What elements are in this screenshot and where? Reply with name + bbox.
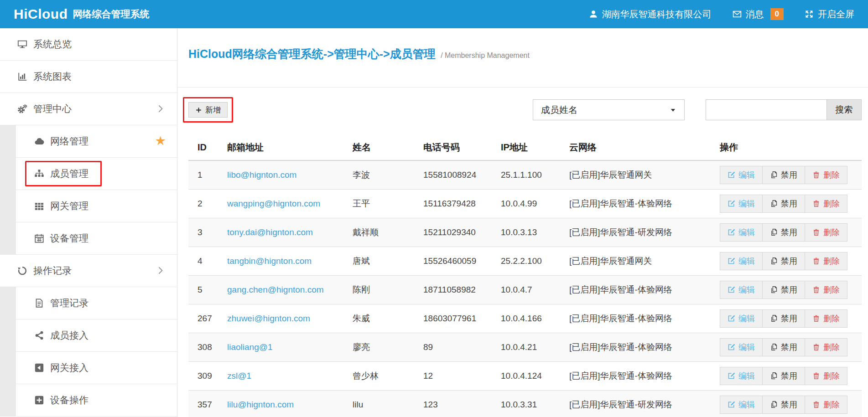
disable-button[interactable]: 禁用 (763, 224, 805, 241)
sidebar-item-device-operations[interactable]: 设备操作 (16, 384, 177, 417)
sidebar-item-gateway-mgmt[interactable]: 网关管理 (16, 190, 177, 222)
email-link[interactable]: zsl@1 (227, 371, 251, 381)
delete-button[interactable]: 删除 (805, 339, 847, 356)
email-link[interactable]: gang.chen@hignton.com (227, 285, 324, 294)
trash-icon (812, 200, 820, 207)
cell-actions: 编辑禁用删除 (711, 390, 862, 417)
disable-button[interactable]: 禁用 (763, 252, 805, 270)
content-area: HiCloud网络综合管理系统->管理中心->成员管理 / Membership… (177, 28, 868, 417)
company-menu[interactable]: 湖南华辰智通科技有限公司 (589, 8, 712, 21)
delete-button[interactable]: 删除 (805, 252, 847, 270)
share-square-icon (33, 363, 45, 373)
email-link[interactable]: lilu@hignton.com (227, 400, 294, 409)
sidebar-item-system-charts[interactable]: 系统图表 (0, 61, 177, 93)
search-button[interactable]: 搜索 (827, 99, 862, 120)
sidebar-item-label: 操作记录 (33, 264, 72, 277)
edit-button[interactable]: 编辑 (720, 339, 763, 356)
edit-button[interactable]: 编辑 (720, 252, 763, 270)
messages-count-badge: 0 (770, 8, 784, 20)
cell-actions: 编辑禁用删除 (711, 333, 862, 361)
filter-field-dropdown[interactable]: 成员姓名 (533, 99, 685, 120)
edit-button[interactable]: 编辑 (720, 281, 763, 299)
edit-button[interactable]: 编辑 (720, 367, 763, 385)
disable-button[interactable]: 禁用 (763, 396, 805, 413)
favorite-star-icon: ★ (155, 134, 166, 148)
row-action-group: 编辑禁用删除 (720, 166, 847, 184)
sidebar-item-operation-logs[interactable]: 操作记录 (0, 255, 177, 287)
search-input[interactable] (706, 99, 827, 120)
delete-label: 删除 (823, 256, 840, 267)
column-header: 云网络 (560, 137, 711, 160)
sidebar-item-network-mgmt[interactable]: 网络管理★ (16, 125, 177, 158)
edit-button[interactable]: 编辑 (720, 166, 763, 184)
sidebar-item-admin-center[interactable]: 管理中心 (0, 93, 177, 125)
cell-actions: 编辑禁用删除 (711, 160, 862, 189)
cell-actions: 编辑禁用删除 (711, 218, 862, 247)
cell-network: [已启用]华辰智通网关 (560, 160, 711, 189)
delete-button[interactable]: 删除 (805, 367, 847, 385)
edit-button[interactable]: 编辑 (720, 396, 763, 413)
delete-button[interactable]: 删除 (805, 195, 847, 212)
trash-icon (812, 372, 820, 380)
copy-icon (770, 171, 778, 179)
top-navbar: HiCloud 网络综合管理系统 湖南华辰智通科技有限公司 消息 0 开启全屏 (0, 0, 868, 28)
messages-label: 消息 (746, 8, 764, 21)
edit-label: 编辑 (738, 256, 755, 267)
copy-icon (770, 343, 778, 351)
calendar-icon (33, 233, 45, 243)
sidebar-item-system-overview[interactable]: 系统总览 (0, 28, 177, 61)
sidebar-item-device-mgmt[interactable]: 设备管理 (16, 222, 177, 255)
column-header: 姓名 (343, 137, 414, 160)
disable-button[interactable]: 禁用 (763, 339, 805, 356)
cell-email: tangbin@hignton.com (218, 247, 343, 275)
column-header: 邮箱地址 (218, 137, 343, 160)
add-member-button[interactable]: 新增 (188, 102, 228, 118)
delete-button[interactable]: 删除 (805, 224, 847, 241)
disable-button[interactable]: 禁用 (763, 310, 805, 327)
email-link[interactable]: liaoliang@1 (227, 342, 273, 352)
share-icon (33, 330, 45, 340)
sidebar-item-member-access[interactable]: 成员接入 (16, 319, 177, 352)
cell-name: 王平 (343, 189, 414, 218)
cell-name: 陈刚 (343, 275, 414, 304)
edit-button[interactable]: 编辑 (720, 195, 763, 212)
row-action-group: 编辑禁用删除 (720, 367, 847, 385)
email-link[interactable]: zhuwei@hignton.com (227, 314, 310, 323)
disable-button[interactable]: 禁用 (763, 195, 805, 212)
delete-button[interactable]: 删除 (805, 281, 847, 299)
delete-button[interactable]: 删除 (805, 166, 847, 184)
cell-ip: 25.1.1.100 (492, 160, 560, 189)
cell-name: 唐斌 (343, 247, 414, 275)
delete-button[interactable]: 删除 (805, 396, 847, 413)
cell-email: wangping@hignton.com (218, 189, 343, 218)
sidebar-item-label: 管理中心 (33, 103, 72, 115)
disable-button[interactable]: 禁用 (763, 367, 805, 385)
disable-button[interactable]: 禁用 (763, 281, 805, 299)
disable-button[interactable]: 禁用 (763, 166, 805, 184)
sidebar-item-member-mgmt[interactable]: 成员管理 (16, 158, 177, 190)
sidebar-item-admin-records[interactable]: 管理记录 (16, 287, 177, 319)
sidebar-item-gateway-access[interactable]: 网关接入 (16, 352, 177, 384)
add-member-label: 新增 (205, 105, 221, 115)
email-link[interactable]: wangping@hignton.com (227, 199, 320, 208)
email-link[interactable]: tangbin@hignton.com (227, 256, 312, 266)
edit-button[interactable]: 编辑 (720, 310, 763, 327)
copy-icon (770, 372, 778, 380)
fullscreen-toggle[interactable]: 开启全屏 (805, 8, 854, 21)
copy-icon (770, 314, 778, 322)
column-header: 操作 (711, 137, 862, 160)
messages-menu[interactable]: 消息 0 (733, 8, 784, 21)
edit-label: 编辑 (738, 313, 755, 324)
delete-button[interactable]: 删除 (805, 310, 847, 327)
page-title: HiCloud网络综合管理系统->管理中心->成员管理 (188, 47, 436, 60)
email-link[interactable]: libo@hignton.com (227, 170, 296, 180)
app-window: HiCloud 网络综合管理系统 湖南华辰智通科技有限公司 消息 0 开启全屏 … (0, 0, 868, 417)
cell-phone: 15581008924 (414, 160, 492, 189)
cell-name: 曾少林 (343, 361, 414, 390)
edit-button[interactable]: 编辑 (720, 224, 763, 241)
cell-id: 5 (188, 275, 218, 304)
disable-label: 禁用 (781, 313, 797, 324)
email-link[interactable]: tony.dai@hignton.com (227, 227, 313, 237)
cell-email: gang.chen@hignton.com (218, 275, 343, 304)
filter-selected-value: 成员姓名 (541, 104, 577, 116)
